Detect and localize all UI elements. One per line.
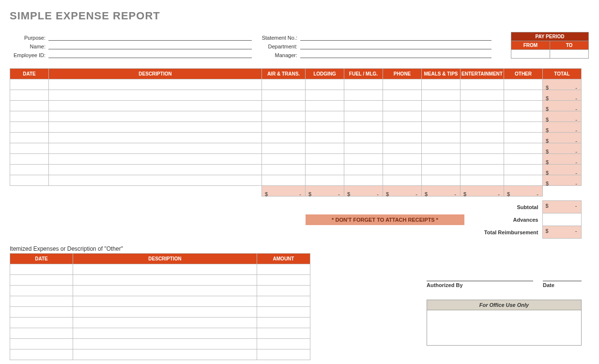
expense-cell[interactable] <box>383 133 422 143</box>
expense-cell[interactable] <box>422 133 461 143</box>
expense-cell[interactable] <box>504 154 543 165</box>
expense-cell[interactable] <box>10 165 49 175</box>
employee-id-input[interactable] <box>48 50 252 58</box>
expense-cell[interactable] <box>10 90 49 101</box>
expense-cell[interactable] <box>49 143 262 154</box>
itemized-cell[interactable] <box>73 307 257 318</box>
expense-cell[interactable] <box>461 154 504 165</box>
itemized-cell[interactable] <box>10 328 73 339</box>
expense-cell[interactable] <box>49 90 262 101</box>
expense-cell[interactable] <box>306 90 344 101</box>
expense-cell[interactable] <box>422 101 461 111</box>
expense-cell[interactable] <box>262 90 306 101</box>
itemized-cell[interactable] <box>10 286 73 296</box>
expense-cell[interactable] <box>49 79 262 90</box>
itemized-cell[interactable] <box>10 318 73 328</box>
expense-cell[interactable] <box>383 90 422 101</box>
office-use-body[interactable] <box>427 310 581 345</box>
expense-cell[interactable] <box>344 90 383 101</box>
expense-cell[interactable] <box>306 111 344 122</box>
expense-cell[interactable] <box>383 154 422 165</box>
expense-cell[interactable] <box>504 175 543 186</box>
expense-cell[interactable] <box>10 79 49 90</box>
itemized-cell[interactable] <box>257 296 310 307</box>
itemized-cell[interactable] <box>73 328 257 339</box>
purpose-input[interactable] <box>48 33 252 41</box>
expense-cell[interactable] <box>262 79 306 90</box>
expense-cell[interactable] <box>344 111 383 122</box>
expense-cell[interactable] <box>461 101 504 111</box>
expense-cell[interactable] <box>422 79 461 90</box>
expense-cell[interactable] <box>504 143 543 154</box>
itemized-cell[interactable] <box>10 264 73 275</box>
expense-cell[interactable] <box>49 122 262 133</box>
expense-cell[interactable] <box>461 165 504 175</box>
expense-cell[interactable] <box>306 79 344 90</box>
itemized-cell[interactable] <box>73 264 257 275</box>
expense-cell[interactable] <box>306 133 344 143</box>
itemized-cell[interactable] <box>73 275 257 286</box>
expense-cell[interactable] <box>306 143 344 154</box>
expense-cell[interactable] <box>383 165 422 175</box>
expense-cell[interactable] <box>422 90 461 101</box>
expense-cell[interactable] <box>383 175 422 186</box>
expense-cell[interactable] <box>504 133 543 143</box>
expense-cell[interactable] <box>461 90 504 101</box>
expense-cell[interactable] <box>262 165 306 175</box>
expense-cell[interactable] <box>461 175 504 186</box>
expense-cell[interactable] <box>422 154 461 165</box>
itemized-cell[interactable] <box>257 264 310 275</box>
expense-cell[interactable] <box>383 122 422 133</box>
expense-cell[interactable] <box>504 122 543 133</box>
expense-cell[interactable] <box>262 101 306 111</box>
itemized-cell[interactable] <box>257 275 310 286</box>
expense-cell[interactable] <box>10 101 49 111</box>
expense-cell[interactable] <box>262 154 306 165</box>
expense-cell[interactable] <box>344 133 383 143</box>
itemized-cell[interactable] <box>10 296 73 307</box>
expense-cell[interactable] <box>306 175 344 186</box>
expense-cell[interactable] <box>344 154 383 165</box>
pay-period-from-input[interactable] <box>511 50 550 59</box>
expense-cell[interactable] <box>10 122 49 133</box>
itemized-cell[interactable] <box>257 349 310 360</box>
expense-cell[interactable] <box>383 79 422 90</box>
expense-cell[interactable] <box>461 111 504 122</box>
expense-cell[interactable] <box>306 101 344 111</box>
expense-cell[interactable] <box>306 165 344 175</box>
expense-cell[interactable] <box>306 122 344 133</box>
itemized-cell[interactable] <box>73 349 257 360</box>
expense-cell[interactable] <box>262 122 306 133</box>
expense-cell[interactable] <box>344 79 383 90</box>
authorized-by-input[interactable] <box>427 273 533 281</box>
statement-no-input[interactable] <box>300 33 491 41</box>
expense-cell[interactable] <box>49 165 262 175</box>
expense-cell[interactable] <box>10 154 49 165</box>
expense-cell[interactable] <box>344 101 383 111</box>
expense-cell[interactable] <box>461 143 504 154</box>
expense-cell[interactable] <box>504 101 543 111</box>
manager-input[interactable] <box>300 50 491 58</box>
expense-cell[interactable] <box>461 133 504 143</box>
expense-cell[interactable] <box>504 90 543 101</box>
expense-cell[interactable] <box>262 133 306 143</box>
department-input[interactable] <box>300 42 491 49</box>
expense-cell[interactable] <box>383 143 422 154</box>
itemized-cell[interactable] <box>10 349 73 360</box>
expense-cell[interactable] <box>504 79 543 90</box>
expense-cell[interactable] <box>49 111 262 122</box>
expense-cell[interactable] <box>422 143 461 154</box>
expense-cell[interactable] <box>422 165 461 175</box>
itemized-cell[interactable] <box>10 339 73 349</box>
expense-cell[interactable] <box>10 143 49 154</box>
expense-cell[interactable] <box>262 111 306 122</box>
itemized-cell[interactable] <box>257 307 310 318</box>
expense-cell[interactable] <box>422 175 461 186</box>
expense-cell[interactable] <box>504 165 543 175</box>
pay-period-to-input[interactable] <box>550 50 589 59</box>
expense-cell[interactable] <box>10 175 49 186</box>
itemized-cell[interactable] <box>10 275 73 286</box>
expense-cell[interactable] <box>344 122 383 133</box>
itemized-cell[interactable] <box>73 296 257 307</box>
expense-cell[interactable] <box>49 154 262 165</box>
